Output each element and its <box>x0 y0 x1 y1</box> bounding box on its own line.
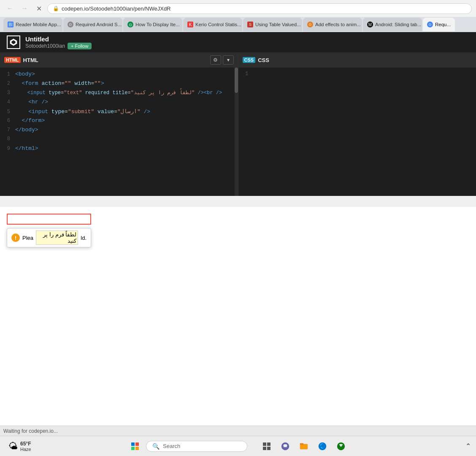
svg-rect-11 <box>267 447 270 450</box>
html-code-area[interactable]: 1 <body> 2 <form action="" width=""> 3 <… <box>0 68 238 196</box>
svg-rect-10 <box>263 447 266 450</box>
weather-widget[interactable]: 🌤 65°F Haze <box>5 439 35 453</box>
reload-button[interactable]: ✕ <box>33 3 45 14</box>
url-text: codepen.io/Sotoodeh1000ian/pen/NWeJXdR <box>62 5 171 12</box>
tab-label-kerio: Kerio Control Statis... <box>195 22 241 27</box>
code-line-4: 4 <hr /> <box>0 99 238 108</box>
tooltip-please-text: Plea <box>22 235 33 241</box>
search-placeholder: Search <box>163 443 180 449</box>
tab-label-bl: Reader Mobile App... <box>16 22 61 27</box>
tooltip-suffix-text: ld. <box>81 235 87 241</box>
author-area: Sotoodeh1000ian + Follow <box>25 43 92 49</box>
preview-section: ! Plea لطفاً فرم را پر کنید ld. <box>0 207 476 426</box>
code-line-5: 5 <input type="submit" value="ارسال" /> <box>0 108 238 117</box>
taskbar-right: ⌃ <box>465 442 471 450</box>
html-tab-label: HTML <box>23 57 38 63</box>
html-badge: HTML <box>4 57 21 63</box>
css-badge: CSS <box>243 57 256 63</box>
svg-rect-8 <box>263 442 266 446</box>
tab-favicon-how: ⊙ <box>127 22 133 27</box>
css-tab: CSS CSS <box>243 57 269 63</box>
forward-button[interactable]: → <box>19 3 30 14</box>
validation-tooltip: ! Plea لطفاً فرم را پر کنید ld. <box>7 228 91 247</box>
tab-favicon-req: ⊙ <box>68 22 73 27</box>
tab-kerio[interactable]: K Kerio Control Statis... <box>183 18 242 31</box>
preview-text-input[interactable] <box>7 214 91 225</box>
tab-favicon-cp: ⊙ <box>427 22 433 27</box>
css-code-area[interactable]: 1 <box>238 68 476 196</box>
warning-icon: ! <box>11 233 20 242</box>
tab-using-table[interactable]: S Using Table Valued... <box>243 18 302 31</box>
follow-button[interactable]: + Follow <box>68 43 92 49</box>
tab-android-sliding[interactable]: M Android: Sliding tab... <box>363 18 422 31</box>
taskbar: 🌤 65°F Haze 🔍 Search <box>0 436 476 456</box>
editor-tab-actions: ⚙ ▾ <box>210 55 234 65</box>
weather-icon: 🌤 <box>8 441 18 452</box>
taskbar-apps <box>258 438 349 455</box>
weather-condition: Haze <box>20 447 31 452</box>
weather-temp: 65°F <box>20 441 31 447</box>
svg-point-13 <box>283 444 287 446</box>
svg-rect-9 <box>267 442 270 446</box>
tab-codepen[interactable]: ⊙ Requ... <box>423 18 455 31</box>
code-line-8: 8 <box>0 136 238 145</box>
tab-how-to[interactable]: ⊙ How To Display Ite... <box>123 18 182 31</box>
system-tray: ⌃ <box>465 442 471 450</box>
css-line-1: 1 <box>238 71 476 80</box>
tab-bl[interactable]: Bl Reader Mobile App... <box>3 18 62 31</box>
svg-rect-16 <box>300 443 303 445</box>
svg-rect-14 <box>283 446 287 447</box>
scrollbar-v[interactable] <box>235 68 238 196</box>
taskbar-center: 🔍 Search <box>127 438 349 455</box>
windows-logo <box>131 442 139 450</box>
weather-info: 65°F Haze <box>20 441 31 452</box>
pen-title: Untitled <box>25 35 92 43</box>
tab-label-table: Using Table Valued... <box>255 22 301 27</box>
status-bar: Waiting for codepen.io... <box>0 426 476 436</box>
code-line-6: 6 </form> <box>0 117 238 127</box>
tab-label-how: How To Display Ite... <box>135 22 180 27</box>
html-tab-bar: HTML HTML ⚙ ▾ <box>0 52 238 68</box>
tab-add-effects[interactable]: ⊙ Add effects to anim... <box>303 18 362 31</box>
tab-favicon-table: S <box>247 22 253 27</box>
status-text: Waiting for codepen.io... <box>3 428 58 434</box>
chat-button[interactable] <box>277 438 294 455</box>
scrollbar-thumb <box>235 68 238 93</box>
css-tab-bar: CSS CSS <box>238 52 476 68</box>
tab-favicon-bl: Bl <box>8 22 14 27</box>
css-tab-label: CSS <box>258 57 269 63</box>
start-button[interactable] <box>127 438 143 455</box>
preview-form-area: ! Plea لطفاً فرم را پر کنید ld. <box>0 207 476 254</box>
codepen-logo <box>7 35 20 49</box>
edge-button[interactable] <box>314 438 331 455</box>
codepen-title-area: Untitled Sotoodeh1000ian + Follow <box>25 35 92 49</box>
back-button[interactable]: ← <box>4 3 16 14</box>
tab-req-android[interactable]: ⊙ Required Android S... <box>63 18 122 31</box>
file-explorer-button[interactable] <box>295 438 312 455</box>
author-name: Sotoodeh1000ian <box>25 43 65 49</box>
search-icon: 🔍 <box>152 443 160 450</box>
code-line-3: 3 <input type="text" required title="لطف… <box>0 90 238 99</box>
browser-nav: ← → ✕ 🔒 codepen.io/Sotoodeh1000ian/pen/N… <box>0 0 476 17</box>
lock-icon: 🔒 <box>53 5 59 11</box>
tab-label-android: Android: Sliding tab... <box>375 22 421 27</box>
tab-label-cp: Requ... <box>435 22 451 27</box>
task-view-button[interactable] <box>258 438 275 455</box>
taskbar-search-bar[interactable]: 🔍 Search <box>146 441 247 452</box>
browser-chrome: ← → ✕ 🔒 codepen.io/Sotoodeh1000ian/pen/N… <box>0 0 476 32</box>
xbox-button[interactable] <box>333 438 349 455</box>
html-panel: HTML HTML ⚙ ▾ 1 <body> 2 <form action=""… <box>0 52 238 196</box>
codepen-header: Untitled Sotoodeh1000ian + Follow <box>0 32 476 52</box>
expand-button[interactable]: ▾ <box>223 55 234 65</box>
tab-label-req: Required Android S... <box>76 22 122 27</box>
address-bar[interactable]: 🔒 codepen.io/Sotoodeh1000ian/pen/NWeJXdR <box>47 3 472 14</box>
tooltip-container: ! Plea لطفاً فرم را پر کنید ld. <box>7 226 91 247</box>
css-panel: CSS CSS 1 <box>238 52 476 196</box>
tab-favicon-effects: ⊙ <box>307 22 313 27</box>
editor-container: HTML HTML ⚙ ▾ 1 <body> 2 <form action=""… <box>0 52 476 196</box>
code-line-9: 9 </html> <box>0 145 238 155</box>
tab-label-effects: Add effects to anim... <box>315 22 361 27</box>
settings-button[interactable]: ⚙ <box>210 55 221 65</box>
tab-favicon-kerio: K <box>187 22 193 27</box>
code-line-2: 2 <form action="" width=""> <box>0 80 238 90</box>
